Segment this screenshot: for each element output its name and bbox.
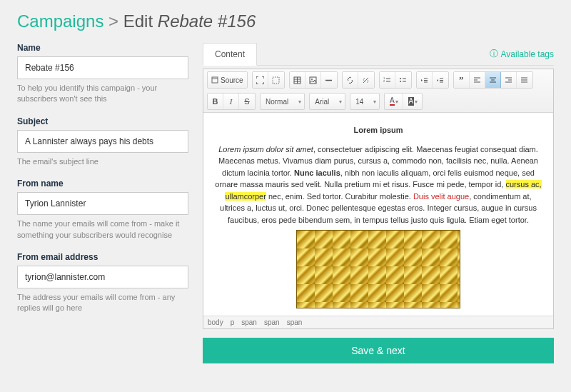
bgcolor-button[interactable]: A▾	[403, 94, 422, 109]
caret-icon: ▾	[298, 99, 301, 105]
rich-text-editor: Source	[203, 69, 554, 329]
svg-rect-0	[212, 77, 218, 83]
path-item[interactable]: span	[287, 318, 303, 326]
hr-icon	[325, 76, 333, 84]
aligncenter-icon	[489, 76, 497, 84]
breadcrumb-root[interactable]: Campaigns	[17, 11, 103, 31]
svg-rect-2	[273, 77, 279, 84]
svg-point-16	[400, 81, 401, 82]
format-select[interactable]: Normal▾	[261, 94, 304, 109]
breadcrumb-sep: >	[108, 11, 118, 31]
path-item[interactable]: span	[241, 318, 257, 326]
aligncenter-button[interactable]	[485, 72, 501, 88]
fromname-label: From name	[17, 179, 188, 189]
textcolor-icon: A	[390, 97, 395, 106]
caret-icon: ▾	[339, 99, 342, 105]
available-tags-label: Available tags	[501, 49, 555, 59]
subject-help: The email's subject line	[17, 156, 188, 167]
caret-icon: ▾	[415, 99, 418, 105]
path-item[interactable]: p	[231, 318, 235, 326]
alignright-icon	[505, 76, 512, 84]
name-label: Name	[17, 43, 188, 53]
showblocks-button[interactable]	[268, 72, 284, 88]
name-input[interactable]	[17, 56, 188, 79]
alignright-button[interactable]	[501, 72, 517, 88]
content-paragraph: Lorem ipsum dolor sit amet, consectetuer…	[213, 144, 543, 226]
table-icon	[293, 76, 301, 84]
maximize-button[interactable]	[253, 72, 268, 88]
fontsize-select[interactable]: 14▾	[350, 94, 379, 109]
element-path: body p span span span	[203, 316, 553, 328]
content-title: Lorem ipsum	[213, 124, 543, 136]
unlink-button[interactable]	[358, 72, 374, 88]
format-value: Normal	[266, 98, 288, 106]
source-label: Source	[221, 76, 243, 84]
save-next-button[interactable]: Save & next	[203, 338, 554, 363]
strike-button[interactable]: S	[239, 94, 255, 109]
image-button[interactable]	[305, 72, 321, 88]
font-select[interactable]: Arial▾	[310, 94, 345, 109]
maximize-icon	[256, 76, 264, 84]
info-icon: ⓘ	[490, 48, 498, 60]
source-icon	[211, 76, 218, 84]
indent-button[interactable]	[433, 72, 448, 88]
content-image-coins	[296, 230, 460, 308]
alignjustify-button[interactable]	[517, 72, 532, 88]
blocks-icon	[272, 76, 280, 84]
fromemail-input[interactable]	[17, 266, 188, 288]
hr-button[interactable]	[321, 72, 337, 88]
link-button[interactable]	[343, 72, 358, 88]
bullist-icon	[399, 76, 407, 84]
outdent-button[interactable]	[417, 72, 433, 88]
fromname-input[interactable]	[17, 192, 188, 215]
svg-text:2: 2	[383, 79, 385, 83]
blockquote-button[interactable]: ”	[454, 72, 470, 88]
alignjustify-icon	[520, 76, 528, 84]
fromemail-label: From email address	[17, 252, 188, 262]
breadcrumb-action: Edit	[123, 11, 153, 31]
breadcrumb-subject: Rebate #156	[158, 11, 256, 31]
indent-icon	[436, 76, 444, 84]
editor-toolbar: Source	[203, 69, 553, 113]
svg-point-8	[311, 79, 313, 80]
subject-label: Subject	[17, 116, 188, 126]
path-item[interactable]: span	[264, 318, 280, 326]
image-icon	[309, 76, 317, 84]
fromname-help: The name your emails will come from - ma…	[17, 218, 188, 241]
unlink-icon	[362, 76, 370, 84]
caret-icon: ▾	[373, 99, 376, 105]
name-help: To help you identify this campaign - you…	[17, 83, 188, 105]
italic-button[interactable]: I	[223, 94, 239, 109]
outdent-icon	[420, 76, 428, 84]
numlist-icon: 12	[383, 76, 391, 84]
textcolor-button[interactable]: A▾	[385, 94, 403, 109]
font-value: Arial	[315, 98, 329, 106]
svg-point-15	[400, 78, 401, 79]
bgcolor-icon: A	[408, 97, 415, 106]
available-tags-link[interactable]: ⓘ Available tags	[490, 48, 555, 60]
source-button[interactable]: Source	[208, 72, 247, 88]
fromemail-help: The address your emails will come from -…	[17, 292, 188, 314]
bullist-button[interactable]	[395, 72, 411, 88]
alignleft-icon	[473, 76, 481, 84]
link-icon	[346, 76, 354, 84]
breadcrumb: Campaigns > Edit Rebate #156	[17, 11, 554, 31]
subject-input[interactable]	[17, 130, 188, 153]
fontsize-value: 14	[355, 98, 363, 106]
alignleft-button[interactable]	[470, 72, 485, 88]
numlist-button[interactable]: 12	[380, 72, 395, 88]
path-item[interactable]: body	[208, 318, 223, 326]
bold-button[interactable]: B	[208, 94, 223, 109]
tab-content[interactable]: Content	[203, 43, 257, 66]
table-button[interactable]	[290, 72, 305, 88]
caret-icon: ▾	[395, 99, 398, 105]
editor-content[interactable]: Lorem ipsum Lorem ipsum dolor sit amet, …	[203, 113, 553, 316]
